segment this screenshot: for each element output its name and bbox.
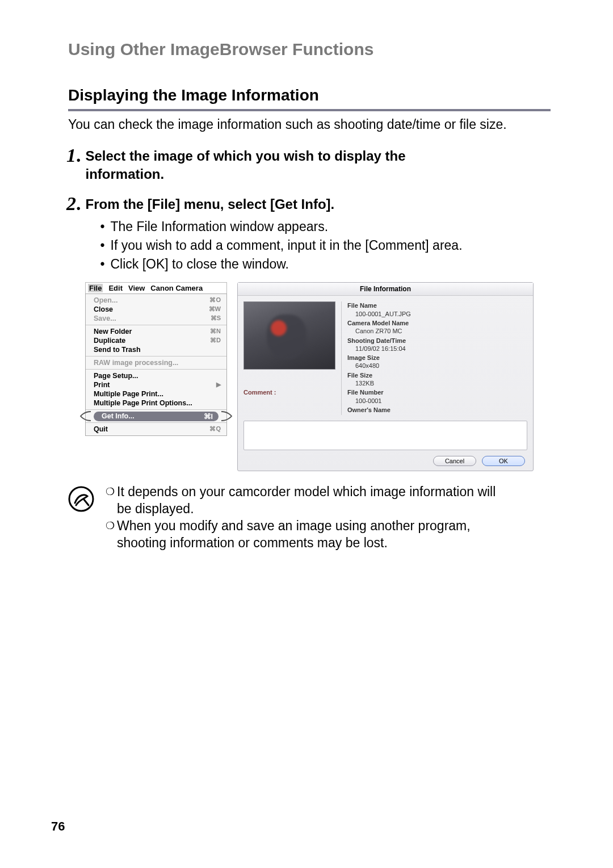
cancel-button[interactable]: Cancel [433, 456, 476, 466]
ok-button[interactable]: OK [482, 456, 525, 466]
meta-key: File Name [347, 301, 527, 309]
page-number: 76 [51, 819, 65, 834]
menu-item-print[interactable]: Print ▶ [86, 380, 226, 389]
menu-item-label: Multiple Page Print Options... [94, 399, 192, 407]
menu-item-duplicate[interactable]: Duplicate ⌘D [86, 336, 226, 345]
step-title-line: information. [86, 166, 165, 182]
meta-key: Image Size [347, 354, 527, 362]
menu-item-multiple-page-print-options[interactable]: Multiple Page Print Options... [86, 399, 226, 408]
file-information-dialog: File Information Comment : File Name 100… [237, 282, 534, 471]
note-text: It depends on your camcorder model which… [117, 484, 496, 499]
note-icon [68, 486, 94, 512]
menu-item-shortcut: ▶ [216, 381, 221, 389]
menu-item-save[interactable]: Save... ⌘S [86, 314, 226, 323]
menu-item-shortcut: ⌘W [209, 305, 221, 313]
menu-item-label: Quit [94, 425, 108, 433]
meta-value: 11/09/02 16:15:04 [347, 345, 527, 353]
menu-item-shortcut: ⌘I [204, 412, 213, 421]
menu-item-label: Multiple Page Print... [94, 390, 163, 398]
step-title-line: Select the image of which you wish to di… [86, 148, 406, 163]
menubar-item-file[interactable]: File [88, 284, 103, 292]
step-2: 2 . From the [File] menu, select [Get In… [53, 195, 551, 275]
metadata-list: File Name 100-0001_AUT.JPG Camera Model … [341, 301, 527, 415]
callout-ellipse-right-icon [221, 410, 233, 422]
note-text: be displayed. [117, 501, 194, 516]
menu-item-label: Page Setup... [94, 372, 138, 380]
meta-value: 100-0001 [347, 397, 527, 405]
menu-item-raw-processing[interactable]: RAW image processing... [86, 358, 226, 367]
note-bullet-icon: ❍ [106, 519, 117, 532]
menu-item-shortcut: ⌘N [210, 328, 221, 336]
meta-value: Canon ZR70 MC [347, 327, 527, 335]
menu-item-shortcut: ⌘O [209, 296, 221, 304]
step-title-line: From the [File] menu, select [Get Info]. [86, 196, 335, 212]
step-2-bullets: •The File Information window appears. •I… [100, 218, 551, 273]
meta-key: Shooting Date/Time [347, 337, 527, 345]
note-text: When you modify and save an image using … [117, 518, 471, 533]
file-menu-screenshot: File Edit View Canon Camera Open... ⌘O C… [85, 282, 227, 471]
menu-item-shortcut: ⌘D [210, 337, 221, 345]
menu-item-close[interactable]: Close ⌘W [86, 305, 226, 314]
menubar-item-edit[interactable]: Edit [108, 284, 123, 292]
menu-item-label: RAW image processing... [94, 359, 178, 367]
menu-item-send-to-trash[interactable]: Send to Trash [86, 345, 226, 354]
note-bullet-icon: ❍ [106, 485, 117, 498]
comment-textarea[interactable] [243, 421, 527, 450]
meta-key: File Number [347, 388, 527, 396]
step-number: 2 [53, 194, 76, 213]
notes-block: ❍ It depends on your camcorder model whi… [68, 484, 551, 552]
menu-item-quit[interactable]: Quit ⌘Q [86, 425, 226, 434]
menu-item-label: Open... [94, 296, 117, 304]
section-header: Using Other ImageBrowser Functions [68, 40, 551, 59]
bullet-text: If you wish to add a comment, input it i… [111, 237, 463, 254]
thumbnail-image [243, 301, 335, 370]
menu-item-shortcut: ⌘Q [209, 425, 221, 433]
comment-label: Comment : [243, 389, 334, 396]
note-text: shooting information or comments may be … [117, 535, 388, 550]
step-number: 1 [53, 146, 76, 165]
menu-item-label: Get Info... [102, 412, 135, 421]
meta-value: 640x480 [347, 362, 527, 370]
menu-item-get-info[interactable]: Get Info... ⌘I [94, 412, 219, 421]
screenshots-row: File Edit View Canon Camera Open... ⌘O C… [68, 282, 551, 471]
step-dot: . [76, 194, 81, 213]
svg-point-0 [69, 487, 93, 511]
subsection-title: Displaying the Image Information [68, 86, 551, 104]
bullet-text: The File Information window appears. [111, 218, 329, 236]
intro-text: You can check the image information such… [68, 117, 551, 132]
menu-item-label: Duplicate [94, 337, 125, 345]
menubar-item-canon-camera[interactable]: Canon Camera [150, 284, 203, 292]
menu-item-get-info-row: Get Info... ⌘I [79, 410, 233, 422]
menubar-item-view[interactable]: View [128, 284, 145, 292]
meta-value: 132KB [347, 379, 527, 387]
meta-key: Camera Model Name [347, 319, 527, 327]
menu-item-label: Send to Trash [94, 346, 141, 354]
menubar: File Edit View Canon Camera [85, 282, 227, 293]
meta-key: File Size [347, 371, 527, 379]
menu-item-page-setup[interactable]: Page Setup... [86, 371, 226, 380]
menu-item-label: Save... [94, 315, 116, 322]
dialog-title: File Information [238, 283, 533, 296]
menu-item-open[interactable]: Open... ⌘O [86, 296, 226, 305]
title-underline [68, 109, 551, 111]
menu-item-shortcut: ⌘S [211, 315, 221, 322]
menu-item-label: Print [94, 381, 110, 389]
bullet-text: Click [OK] to close the window. [111, 255, 289, 273]
menu-item-label: Close [94, 305, 113, 313]
meta-key: Owner's Name [347, 406, 527, 414]
menu-item-multiple-page-print[interactable]: Multiple Page Print... [86, 389, 226, 399]
step-dot: . [76, 146, 81, 165]
meta-value: 100-0001_AUT.JPG [347, 310, 527, 318]
step-1: 1 . Select the image of which you wish t… [53, 147, 551, 184]
callout-ellipse-left-icon [79, 410, 91, 422]
menu-item-new-folder[interactable]: New Folder ⌘N [86, 327, 226, 336]
menu-item-label: New Folder [94, 328, 132, 336]
